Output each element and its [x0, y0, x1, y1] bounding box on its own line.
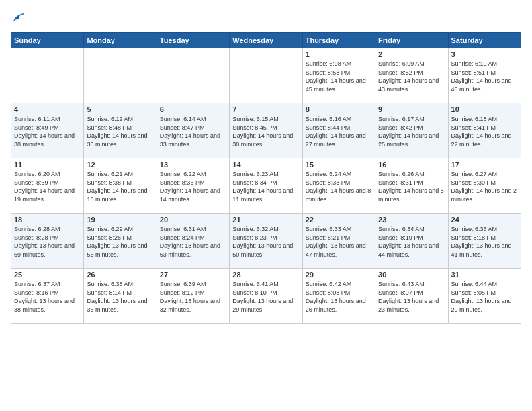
calendar-cell: 19Sunrise: 6:29 AM Sunset: 8:26 PM Dayli…	[84, 214, 157, 269]
day-content: Sunrise: 6:27 AM Sunset: 8:30 PM Dayligh…	[451, 170, 518, 203]
weekday-header: Tuesday	[157, 33, 229, 48]
day-number: 15	[306, 161, 372, 169]
calendar-cell	[84, 48, 157, 103]
day-number: 4	[14, 105, 81, 113]
day-number: 28	[232, 271, 299, 279]
calendar-cell: 1Sunrise: 6:08 AM Sunset: 8:53 PM Daylig…	[302, 48, 375, 103]
day-content: Sunrise: 6:17 AM Sunset: 8:42 PM Dayligh…	[378, 115, 445, 148]
day-number: 13	[160, 161, 226, 169]
day-content: Sunrise: 6:11 AM Sunset: 8:49 PM Dayligh…	[14, 115, 81, 148]
day-number: 30	[378, 271, 445, 279]
calendar-week-row: 18Sunrise: 6:28 AM Sunset: 8:28 PM Dayli…	[11, 214, 521, 269]
calendar-cell: 13Sunrise: 6:22 AM Sunset: 8:36 PM Dayli…	[157, 158, 229, 214]
day-content: Sunrise: 6:09 AM Sunset: 8:52 PM Dayligh…	[378, 60, 445, 93]
day-content: Sunrise: 6:41 AM Sunset: 8:10 PM Dayligh…	[232, 280, 299, 314]
day-content: Sunrise: 6:32 AM Sunset: 8:23 PM Dayligh…	[232, 225, 299, 259]
day-number: 16	[378, 161, 445, 169]
calendar-cell: 10Sunrise: 6:18 AM Sunset: 8:41 PM Dayli…	[448, 103, 521, 158]
calendar-cell: 18Sunrise: 6:28 AM Sunset: 8:28 PM Dayli…	[11, 214, 84, 269]
day-number: 21	[232, 216, 299, 224]
day-content: Sunrise: 6:39 AM Sunset: 8:12 PM Dayligh…	[160, 280, 226, 314]
day-content: Sunrise: 6:14 AM Sunset: 8:47 PM Dayligh…	[160, 115, 226, 148]
day-number: 20	[160, 216, 226, 224]
header	[11, 11, 521, 26]
day-content: Sunrise: 6:36 AM Sunset: 8:18 PM Dayligh…	[451, 225, 518, 259]
day-number: 22	[306, 216, 372, 224]
calendar-cell: 16Sunrise: 6:26 AM Sunset: 8:31 PM Dayli…	[375, 158, 448, 214]
day-content: Sunrise: 6:18 AM Sunset: 8:41 PM Dayligh…	[451, 115, 518, 148]
page: SundayMondayTuesdayWednesdayThursdayFrid…	[0, 0, 532, 411]
weekday-header: Monday	[84, 33, 157, 48]
day-content: Sunrise: 6:22 AM Sunset: 8:36 PM Dayligh…	[160, 170, 226, 203]
calendar-cell: 30Sunrise: 6:43 AM Sunset: 8:07 PM Dayli…	[375, 269, 448, 324]
calendar-cell: 27Sunrise: 6:39 AM Sunset: 8:12 PM Dayli…	[157, 269, 229, 324]
day-number: 24	[451, 216, 518, 224]
calendar-cell: 15Sunrise: 6:24 AM Sunset: 8:33 PM Dayli…	[302, 158, 375, 214]
calendar-cell: 3Sunrise: 6:10 AM Sunset: 8:51 PM Daylig…	[448, 48, 521, 103]
calendar-cell: 7Sunrise: 6:15 AM Sunset: 8:45 PM Daylig…	[230, 103, 302, 158]
day-number: 6	[160, 105, 226, 113]
day-number: 23	[378, 216, 445, 224]
day-number: 27	[160, 271, 226, 279]
day-content: Sunrise: 6:34 AM Sunset: 8:19 PM Dayligh…	[378, 225, 445, 259]
day-content: Sunrise: 6:44 AM Sunset: 8:05 PM Dayligh…	[451, 280, 518, 314]
calendar-cell: 5Sunrise: 6:12 AM Sunset: 8:48 PM Daylig…	[84, 103, 157, 158]
calendar-cell: 2Sunrise: 6:09 AM Sunset: 8:52 PM Daylig…	[375, 48, 448, 103]
day-content: Sunrise: 6:28 AM Sunset: 8:28 PM Dayligh…	[14, 225, 81, 259]
calendar-cell: 31Sunrise: 6:44 AM Sunset: 8:05 PM Dayli…	[448, 269, 521, 324]
calendar-cell: 11Sunrise: 6:20 AM Sunset: 8:39 PM Dayli…	[11, 158, 84, 214]
calendar-cell	[157, 48, 229, 103]
day-content: Sunrise: 6:24 AM Sunset: 8:33 PM Dayligh…	[306, 170, 372, 203]
day-content: Sunrise: 6:23 AM Sunset: 8:34 PM Dayligh…	[232, 170, 299, 203]
calendar-header-row: SundayMondayTuesdayWednesdayThursdayFrid…	[11, 33, 521, 48]
logo	[11, 11, 28, 26]
calendar-cell: 28Sunrise: 6:41 AM Sunset: 8:10 PM Dayli…	[230, 269, 302, 324]
calendar-cell	[230, 48, 302, 103]
calendar-week-row: 25Sunrise: 6:37 AM Sunset: 8:16 PM Dayli…	[11, 269, 521, 324]
day-number: 29	[306, 271, 372, 279]
calendar-cell: 20Sunrise: 6:31 AM Sunset: 8:24 PM Dayli…	[157, 214, 229, 269]
day-number: 19	[87, 216, 153, 224]
day-content: Sunrise: 6:42 AM Sunset: 8:08 PM Dayligh…	[306, 280, 372, 314]
day-number: 18	[14, 216, 81, 224]
day-number: 25	[14, 271, 81, 279]
calendar-cell: 14Sunrise: 6:23 AM Sunset: 8:34 PM Dayli…	[230, 158, 302, 214]
day-content: Sunrise: 6:43 AM Sunset: 8:07 PM Dayligh…	[378, 280, 445, 314]
day-number: 9	[378, 105, 445, 113]
calendar-cell: 24Sunrise: 6:36 AM Sunset: 8:18 PM Dayli…	[448, 214, 521, 269]
calendar-cell: 29Sunrise: 6:42 AM Sunset: 8:08 PM Dayli…	[302, 269, 375, 324]
day-number: 17	[451, 161, 518, 169]
weekday-header: Wednesday	[230, 33, 302, 48]
day-number: 5	[87, 105, 153, 113]
day-content: Sunrise: 6:16 AM Sunset: 8:44 PM Dayligh…	[306, 115, 372, 148]
day-number: 31	[451, 271, 518, 279]
calendar-cell	[11, 48, 84, 103]
calendar-cell: 22Sunrise: 6:33 AM Sunset: 8:21 PM Dayli…	[302, 214, 375, 269]
day-number: 7	[232, 105, 299, 113]
calendar-cell: 8Sunrise: 6:16 AM Sunset: 8:44 PM Daylig…	[302, 103, 375, 158]
day-content: Sunrise: 6:26 AM Sunset: 8:31 PM Dayligh…	[378, 170, 445, 203]
day-number: 10	[451, 105, 518, 113]
day-content: Sunrise: 6:33 AM Sunset: 8:21 PM Dayligh…	[306, 225, 372, 259]
day-number: 26	[87, 271, 153, 279]
calendar-cell: 6Sunrise: 6:14 AM Sunset: 8:47 PM Daylig…	[157, 103, 229, 158]
day-number: 12	[87, 161, 153, 169]
calendar-cell: 23Sunrise: 6:34 AM Sunset: 8:19 PM Dayli…	[375, 214, 448, 269]
weekday-header: Thursday	[302, 33, 375, 48]
calendar-cell: 4Sunrise: 6:11 AM Sunset: 8:49 PM Daylig…	[11, 103, 84, 158]
day-content: Sunrise: 6:10 AM Sunset: 8:51 PM Dayligh…	[451, 60, 518, 93]
calendar-cell: 17Sunrise: 6:27 AM Sunset: 8:30 PM Dayli…	[448, 158, 521, 214]
day-content: Sunrise: 6:08 AM Sunset: 8:53 PM Dayligh…	[306, 60, 372, 93]
day-number: 2	[378, 50, 445, 58]
day-content: Sunrise: 6:20 AM Sunset: 8:39 PM Dayligh…	[14, 170, 81, 203]
weekday-header: Saturday	[448, 33, 521, 48]
calendar-cell: 26Sunrise: 6:38 AM Sunset: 8:14 PM Dayli…	[84, 269, 157, 324]
calendar-week-row: 4Sunrise: 6:11 AM Sunset: 8:49 PM Daylig…	[11, 103, 521, 158]
calendar-table: SundayMondayTuesdayWednesdayThursdayFrid…	[11, 32, 521, 324]
day-number: 11	[14, 161, 81, 169]
day-content: Sunrise: 6:12 AM Sunset: 8:48 PM Dayligh…	[87, 115, 153, 148]
day-content: Sunrise: 6:31 AM Sunset: 8:24 PM Dayligh…	[160, 225, 226, 259]
day-content: Sunrise: 6:29 AM Sunset: 8:26 PM Dayligh…	[87, 225, 153, 259]
day-content: Sunrise: 6:37 AM Sunset: 8:16 PM Dayligh…	[14, 280, 81, 314]
calendar-cell: 12Sunrise: 6:21 AM Sunset: 8:38 PM Dayli…	[84, 158, 157, 214]
